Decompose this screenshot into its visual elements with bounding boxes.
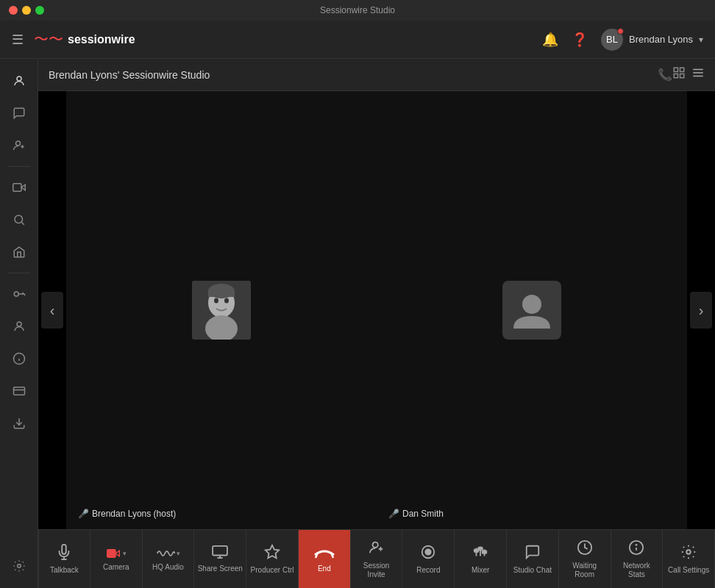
participant-panel-dan: 🎤 Dan Smith [377,91,687,529]
mic-active-icon: 🎤 [78,509,89,519]
mic-active-icon-dan: 🎤 [388,509,399,519]
end-label: End [318,564,331,573]
sidebar-item-contacts[interactable] [4,312,34,341]
sidebar-item-info[interactable] [4,344,34,373]
mixer-icon [472,544,488,563]
toolbar-talkback[interactable]: Talkback [38,530,90,588]
sidebar-item-download[interactable] [4,409,34,438]
svg-rect-20 [674,68,677,71]
sidebar-item-search[interactable] [4,205,34,234]
participant-name-brendan: Brendan Lyons (host) [92,509,176,519]
svg-rect-33 [208,291,235,297]
grid-view-icon[interactable] [672,66,686,83]
app-header: ☰ 〜〜 sessionwire 🔔 ❓ BL Brendan Lyons ▾ [0,21,715,59]
user-name: Brendan Lyons [629,34,693,45]
toolbar-share-screen[interactable]: Share Screen [194,530,246,588]
svg-marker-42 [266,545,279,557]
sidebar-item-keys[interactable] [4,279,34,309]
participant-name-dan: Dan Smith [402,509,444,519]
active-call-icon: 📞 [658,68,672,82]
toolbar-hq-audio[interactable]: ▾ HQ Audio [143,530,195,588]
svg-point-30 [214,298,218,304]
toolbar-network-stats[interactable]: Network Stats [611,530,664,588]
svg-rect-5 [13,184,21,192]
toolbar-studio-chat[interactable]: Studio Chat [507,530,559,588]
studio-chat-icon [524,544,541,563]
prev-arrow[interactable]: ‹ [41,292,63,329]
toolbar-session-invite[interactable]: Session Invite [351,530,403,588]
svg-point-49 [426,549,431,554]
sidebar [0,59,38,588]
svg-point-19 [17,564,21,568]
toolbar-call-settings[interactable]: Call Settings [663,530,715,588]
participant-photo-brendan [192,281,251,340]
toolbar-camera[interactable]: ▾ Camera [90,530,143,588]
svg-point-6 [15,215,23,223]
svg-rect-55 [483,551,487,553]
svg-rect-21 [680,68,684,71]
record-label: Record [416,566,440,575]
participant-avatar-dan [502,281,561,340]
sidebar-item-home[interactable] [4,237,34,267]
help-icon[interactable]: ❓ [572,32,588,48]
share-screen-label: Share Screen [198,564,243,573]
sidebar-divider-1 [8,166,30,167]
close-button[interactable] [9,6,18,15]
call-settings-label: Call Settings [668,566,709,575]
svg-point-1 [15,141,20,146]
view-toggle [672,66,705,83]
participant-panel-brendan: 🎤 Brendan Lyons (host) [66,91,377,529]
svg-rect-23 [680,74,684,78]
svg-rect-16 [13,387,24,395]
sidebar-item-billing[interactable] [4,376,34,406]
logo-wave-icon: 〜〜 [34,29,63,49]
svg-point-31 [224,298,229,304]
sidebar-item-settings[interactable] [4,551,34,581]
minimize-button[interactable] [22,6,31,15]
avatar-status-dot [617,28,624,35]
network-stats-label: Network Stats [614,562,660,579]
title-bar: Sessionwire Studio [0,0,715,21]
talkback-icon [56,544,72,563]
svg-point-8 [14,292,18,296]
producer-ctrl-label: Producer Ctrl [251,566,294,575]
svg-rect-39 [213,545,227,555]
mixer-label: Mixer [472,566,489,575]
camera-label: Camera [103,563,129,572]
toolbar-waiting-room[interactable]: Waiting Room [559,530,611,588]
user-profile[interactable]: BL Brendan Lyons ▾ [601,29,703,51]
header-icons: 🔔 ❓ BL Brendan Lyons ▾ [542,29,703,51]
window-title: Sessionwire Studio [320,5,395,15]
hq-audio-icon-row: ▾ [156,547,180,560]
app-body: Brendan Lyons' Sessionwire Studio 📞 ‹ [0,59,715,588]
toolbar-mixer[interactable]: Mixer [455,530,507,588]
list-view-icon[interactable] [691,66,705,83]
svg-point-12 [17,322,21,326]
camera-chevron-icon: ▾ [123,550,127,557]
svg-point-45 [372,542,377,547]
sidebar-item-profile[interactable] [4,66,34,96]
sidebar-item-add-contact[interactable] [4,131,34,160]
avatar: BL [601,29,623,51]
share-screen-icon [212,545,228,562]
svg-rect-54 [478,547,483,550]
svg-marker-37 [115,551,119,556]
toolbar-end[interactable]: End [299,530,351,588]
session-invite-label: Session Invite [354,562,399,579]
toolbar-record[interactable]: Record [402,530,455,588]
sidebar-item-chat[interactable] [4,98,34,128]
camera-icon-row: ▾ [105,547,127,560]
window-controls[interactable] [9,6,44,15]
studio-title: Brendan Lyons' Sessionwire Studio [49,69,652,81]
sidebar-item-video[interactable] [4,173,34,202]
session-invite-icon [369,539,385,559]
notification-icon[interactable]: 🔔 [542,32,558,48]
maximize-button[interactable] [35,6,44,15]
logo: 〜〜 sessionwire [34,29,135,49]
bottom-toolbar: Talkback ▾ Camera [38,529,715,588]
toolbar-producer-ctrl[interactable]: Producer Ctrl [246,530,299,588]
next-arrow[interactable]: › [690,292,712,329]
menu-icon[interactable]: ☰ [12,32,24,48]
svg-marker-4 [21,184,25,190]
svg-rect-38 [107,549,115,557]
